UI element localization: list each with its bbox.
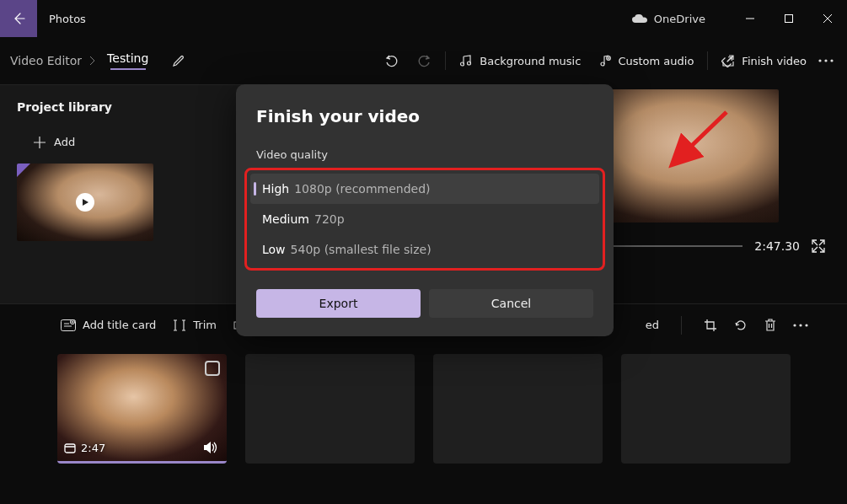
close-button[interactable] xyxy=(808,0,847,37)
library-title: Project library xyxy=(17,100,112,114)
maximize-icon xyxy=(785,14,793,23)
playhead-time: 2:47.30 xyxy=(754,239,800,253)
plus-icon xyxy=(34,137,46,148)
minimize-icon xyxy=(746,14,754,23)
trash-icon xyxy=(764,319,776,332)
svg-point-6 xyxy=(824,59,827,62)
quality-name: High xyxy=(262,182,289,196)
redo-icon xyxy=(416,53,432,68)
library-thumbnail[interactable] xyxy=(17,164,153,241)
svg-point-7 xyxy=(830,59,833,62)
project-name-tab[interactable]: Testing xyxy=(107,51,148,70)
maximize-button[interactable] xyxy=(769,0,808,37)
finish-video-label: Finish video xyxy=(742,55,807,67)
window-controls xyxy=(731,0,847,37)
crop-button[interactable] xyxy=(704,319,717,332)
rename-button[interactable] xyxy=(164,49,194,72)
svg-point-5 xyxy=(818,59,821,62)
svg-point-2 xyxy=(468,62,471,65)
ellipsis-icon xyxy=(793,324,808,327)
export-icon xyxy=(721,54,735,67)
clip-volume-button[interactable] xyxy=(203,441,218,454)
add-title-card-label: Add title card xyxy=(83,319,156,331)
onedrive-status[interactable]: OneDrive xyxy=(632,13,705,25)
custom-audio-label: Custom audio xyxy=(618,55,694,67)
trim-button[interactable]: Trim xyxy=(173,319,217,332)
ellipsis-icon xyxy=(818,59,834,62)
trim-icon xyxy=(173,319,186,332)
clip-more-button[interactable] xyxy=(793,324,808,327)
breadcrumb-root[interactable]: Video Editor xyxy=(10,54,82,67)
cloud-icon xyxy=(632,13,647,24)
finish-video-button[interactable]: Finish video xyxy=(713,49,815,72)
clip-slot-empty[interactable] xyxy=(245,354,415,464)
fullscreen-icon xyxy=(812,239,825,253)
content: Project library Add xyxy=(0,84,847,504)
clip-duration-badge: 2:47 xyxy=(64,442,105,454)
toolbar: Video Editor Testing Background music xyxy=(0,37,847,84)
quality-detail: 540p (smallest file size) xyxy=(291,243,432,256)
quality-detail: 1080p (recommended) xyxy=(294,182,430,196)
quality-option-medium[interactable]: Medium 720p xyxy=(250,204,599,234)
dialog-subtitle: Video quality xyxy=(256,148,593,161)
app-title: Photos xyxy=(49,13,86,25)
close-icon xyxy=(823,14,832,23)
title-card-icon xyxy=(61,319,76,331)
rotate-button[interactable] xyxy=(734,319,748,332)
background-music-button[interactable]: Background music xyxy=(451,49,589,72)
undo-button[interactable] xyxy=(376,48,408,73)
background-music-label: Background music xyxy=(480,55,581,67)
storyline: 2:47 xyxy=(0,346,847,504)
clip-slot-empty[interactable] xyxy=(621,354,791,464)
fullscreen-button[interactable] xyxy=(812,239,825,253)
crop-icon xyxy=(704,319,717,332)
undo-icon xyxy=(384,53,399,68)
quality-detail: 720p xyxy=(314,212,345,226)
finish-video-dialog: Finish your video Video quality High 108… xyxy=(236,84,614,336)
chevron-right-icon xyxy=(85,56,100,66)
onedrive-label: OneDrive xyxy=(654,13,705,25)
music-icon xyxy=(459,54,473,67)
arrow-left-icon xyxy=(12,12,25,25)
svg-point-13 xyxy=(799,324,801,326)
volume-icon xyxy=(203,441,218,454)
trim-label: Trim xyxy=(193,319,217,331)
pencil-icon xyxy=(172,54,185,67)
dog-ear-icon xyxy=(17,164,30,177)
custom-audio-button[interactable]: Custom audio xyxy=(589,49,702,72)
add-title-card-button[interactable]: Add title card xyxy=(61,319,156,331)
redo-button[interactable] xyxy=(408,48,440,73)
quality-option-low[interactable]: Low 540p (smallest file size) xyxy=(250,234,599,265)
clip-1[interactable]: 2:47 xyxy=(57,354,227,464)
export-label: Export xyxy=(319,297,358,310)
svg-rect-0 xyxy=(785,15,793,23)
svg-point-12 xyxy=(793,324,796,326)
more-button[interactable] xyxy=(815,54,837,67)
export-button[interactable]: Export xyxy=(256,289,421,318)
speed-label-partial: ed xyxy=(646,319,659,331)
cancel-label: Cancel xyxy=(491,297,531,310)
back-button[interactable] xyxy=(0,0,37,37)
delete-button[interactable] xyxy=(764,319,776,332)
project-name: Testing xyxy=(107,51,148,65)
quality-name: Low xyxy=(262,243,286,256)
quality-name: Medium xyxy=(262,212,309,226)
clip-slot-empty[interactable] xyxy=(433,354,603,464)
rotate-icon xyxy=(734,319,748,332)
quality-options-list: High 1080p (recommended) Medium 720p Low… xyxy=(244,168,605,271)
titlebar: Photos OneDrive xyxy=(0,0,847,37)
dialog-title: Finish your video xyxy=(256,106,593,126)
minimize-button[interactable] xyxy=(731,0,769,37)
quality-option-high[interactable]: High 1080p (recommended) xyxy=(250,174,599,204)
play-overlay-icon xyxy=(76,193,94,212)
duration-icon xyxy=(64,442,76,454)
custom-audio-icon xyxy=(598,54,611,67)
clip-duration: 2:47 xyxy=(81,442,105,454)
svg-point-14 xyxy=(805,324,807,326)
svg-point-1 xyxy=(461,62,464,66)
svg-rect-15 xyxy=(65,444,75,453)
cancel-button[interactable]: Cancel xyxy=(429,289,593,318)
add-label: Add xyxy=(54,136,75,148)
clip-checkbox[interactable] xyxy=(205,361,220,376)
